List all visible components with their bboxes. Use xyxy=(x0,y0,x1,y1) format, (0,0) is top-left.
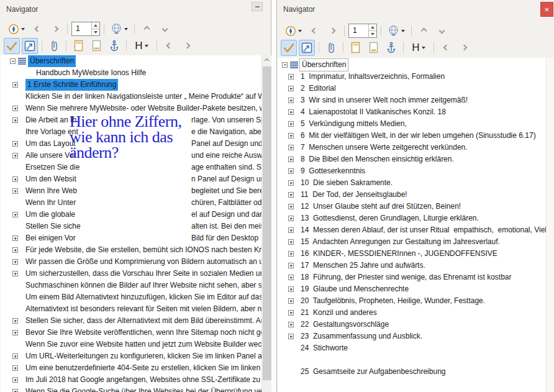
tree-row[interactable]: 3 Wir sind in unserer Welt noch immer ze… xyxy=(278,94,546,106)
forward-button[interactable] xyxy=(179,38,195,54)
tree-root-row[interactable]: Überschriften xyxy=(1,55,261,67)
expand-plus-icon[interactable] xyxy=(288,86,294,91)
tree-row[interactable]: Bei einigen VorBild für den Desktop xyxy=(1,232,261,244)
tree-row[interactable]: 25 Gesamtseite zur Aufgabenbeschreibung xyxy=(278,366,546,378)
tree-row[interactable]: Um einem Bild Alternativtext hinzuzufüge… xyxy=(1,291,261,303)
tree-row[interactable]: 2 Editorial xyxy=(278,83,546,94)
tree-row[interactable]: Wir passen die Größe und Komprimierung v… xyxy=(1,256,261,268)
expand-plus-icon[interactable] xyxy=(12,271,18,276)
attachments-button[interactable] xyxy=(46,38,62,54)
page-number-value[interactable]: 1 xyxy=(349,24,368,37)
scrollbar-up-button[interactable] xyxy=(262,55,271,65)
tree-row[interactable]: Ersetzen Sie dieage enthalten sind. Sie xyxy=(1,162,261,173)
tree-row[interactable]: Stellen Sie sichealten ist. Bei den meis xyxy=(1,221,261,232)
tree-row[interactable]: 14 Messen deren Ablauf, der ist unser Ri… xyxy=(278,224,546,236)
expand-plus-icon[interactable] xyxy=(288,298,294,304)
tree-row[interactable]: 24 Stichworte xyxy=(278,342,546,354)
expand-plus-icon[interactable] xyxy=(288,322,294,327)
tree-row[interactable]: Um den Websitn Panel auf Design un xyxy=(1,173,261,185)
expand-plus-icon[interactable] xyxy=(12,353,18,359)
page-number-spinbox[interactable]: 1 xyxy=(348,24,377,38)
footer-button[interactable] xyxy=(365,40,381,56)
spin-up-icon[interactable] xyxy=(94,24,98,27)
tree-row[interactable]: 22 Gestaltungsvorschläge xyxy=(278,319,546,330)
collapse-minus-icon[interactable] xyxy=(10,58,16,64)
expand-plus-icon[interactable] xyxy=(288,239,294,245)
expand-plus-icon[interactable] xyxy=(288,121,294,127)
scrollbar-thumb[interactable] xyxy=(263,66,271,380)
drag-mode-button[interactable] xyxy=(299,40,315,56)
tree-row[interactable]: 5 Verkündigung mittels Medien, xyxy=(278,118,546,130)
tree-row[interactable]: 8 Die Bibel den Menschen einsichtig erkl… xyxy=(278,153,546,165)
tree-row[interactable]: Wenn Ihr Unterchüren, Faltblätter od xyxy=(1,197,261,209)
tree-row[interactable]: 1 Imprimatur, Inhaltsverzeichnis, Formal… xyxy=(278,71,546,83)
tree-row[interactable]: Wenn Ihre Webbegleitet und Sie bere xyxy=(1,185,261,197)
expand-plus-icon[interactable] xyxy=(288,109,294,115)
expand-plus-icon[interactable] xyxy=(288,275,294,280)
navigate-by-globe-button[interactable] xyxy=(385,23,407,39)
page-number-value[interactable]: 1 xyxy=(72,22,91,35)
content-navigation-view-toggle[interactable] xyxy=(4,38,20,54)
tree-row[interactable]: 18 Führung, der Priester sind wenige, da… xyxy=(278,271,546,283)
spin-down-icon[interactable] xyxy=(371,33,375,35)
tree-row[interactable]: 17 Menschen 25 Jahre und aufwärts. xyxy=(278,260,546,271)
expand-plus-icon[interactable] xyxy=(12,141,18,147)
next-button[interactable] xyxy=(324,23,340,39)
tree-root-row[interactable]: Überschriften xyxy=(278,59,546,71)
heading-levels-button[interactable]: H xyxy=(407,40,430,56)
header-button[interactable] xyxy=(347,40,363,56)
content-navigation-view-toggle[interactable] xyxy=(281,40,297,56)
expand-plus-icon[interactable] xyxy=(12,318,18,324)
tree-row[interactable]: 4 Laienapostolat II Vatikanisches Konzil… xyxy=(278,106,546,118)
tree-row[interactable]: Klicken Sie in der linken Navigationslei… xyxy=(1,91,261,103)
move-down-button[interactable] xyxy=(157,21,173,37)
expand-plus-icon[interactable] xyxy=(288,216,294,221)
previous-button[interactable] xyxy=(306,23,322,39)
tree-row[interactable]: Um die globaleel auf Design und dar xyxy=(1,209,261,221)
tree-row[interactable]: Handbuch MyWebsite Ionos Hilfe xyxy=(1,67,261,79)
left-scrollbar[interactable] xyxy=(261,55,271,392)
expand-plus-icon[interactable] xyxy=(288,145,294,150)
right-scrollbar-track[interactable] xyxy=(546,58,554,392)
tree-row[interactable]: 11 Der Tod, der Jenseitsglaube! xyxy=(278,189,546,201)
back-button[interactable] xyxy=(438,40,454,56)
next-button[interactable] xyxy=(47,21,63,37)
tree-row[interactable]: 9 Gotteserkenntnis xyxy=(278,165,546,177)
heading-levels-button[interactable]: H xyxy=(130,38,153,54)
tree-row[interactable]: Stellen Sie sicher, dass der Alternativt… xyxy=(1,315,261,327)
expand-plus-icon[interactable] xyxy=(288,133,294,139)
expand-plus-icon[interactable] xyxy=(288,227,294,233)
expand-plus-icon[interactable] xyxy=(288,74,294,80)
drag-mode-button[interactable] xyxy=(22,38,38,54)
expand-plus-icon[interactable] xyxy=(288,204,294,209)
expand-plus-icon[interactable] xyxy=(12,106,18,111)
expand-plus-icon[interactable] xyxy=(288,334,294,339)
tree-row[interactable]: Wenn Sie zuvor eine Website hatten und j… xyxy=(1,339,261,350)
navigate-by-button[interactable] xyxy=(282,23,304,39)
previous-button[interactable] xyxy=(29,21,45,37)
expand-plus-icon[interactable] xyxy=(12,153,18,158)
window-separator[interactable] xyxy=(271,0,276,392)
expand-plus-icon[interactable] xyxy=(12,82,18,88)
tree-row[interactable]: 1 Erste Schritte Einführung xyxy=(1,79,261,91)
expand-plus-icon[interactable] xyxy=(12,389,18,392)
expand-plus-icon[interactable] xyxy=(288,168,294,174)
expand-plus-icon[interactable] xyxy=(12,365,18,371)
expand-plus-icon[interactable] xyxy=(288,180,294,186)
tree-row[interactable]: Suchmaschinen können die Bilder auf Ihre… xyxy=(1,280,261,291)
panel-dock-button[interactable] xyxy=(252,2,263,11)
spin-up-icon[interactable] xyxy=(371,26,375,29)
expand-plus-icon[interactable] xyxy=(288,263,294,268)
spin-down-icon[interactable] xyxy=(94,31,98,34)
spin-buttons[interactable] xyxy=(368,24,376,37)
tree-row[interactable]: Im Juli 2018 hat Google angefangen, Webs… xyxy=(1,374,261,386)
move-up-button[interactable] xyxy=(416,23,432,39)
move-up-button[interactable] xyxy=(138,21,155,37)
tree-row[interactable]: 16 KINDER-, MESSDIENERInnen -, JUGENDOFF… xyxy=(278,248,546,260)
page-number-spinbox[interactable]: 1 xyxy=(71,22,100,36)
expand-plus-icon[interactable] xyxy=(288,286,294,292)
expand-plus-icon[interactable] xyxy=(12,377,18,383)
expand-plus-icon[interactable] xyxy=(288,157,294,162)
spin-buttons[interactable] xyxy=(91,22,99,35)
header-button[interactable] xyxy=(70,38,86,54)
